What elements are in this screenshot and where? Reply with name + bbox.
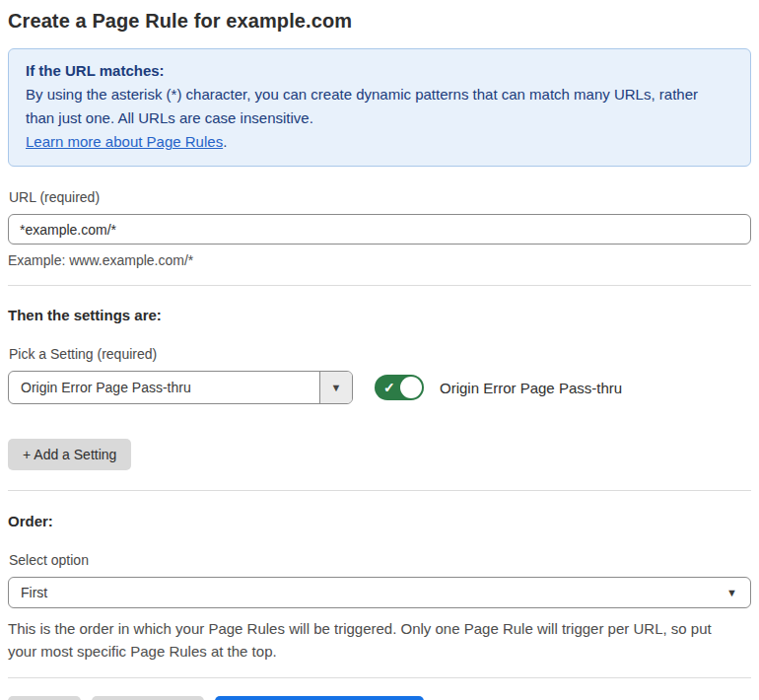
setting-dropdown-value: Origin Error Page Pass-thru [9, 372, 319, 403]
setting-row: Origin Error Page Pass-thru ▼ ✓ Origin E… [8, 371, 751, 404]
footer-actions: Cancel Save as Draft Save and Deploy Pag… [8, 696, 751, 700]
url-field-helper: Example: www.example.com/* [8, 252, 751, 268]
order-select-value: First [21, 585, 47, 600]
link-suffix: . [223, 133, 227, 150]
toggle-knob [400, 377, 422, 398]
cancel-button[interactable]: Cancel [8, 696, 81, 700]
url-field-label: URL (required) [9, 189, 751, 205]
divider [8, 285, 751, 286]
check-icon: ✓ [383, 381, 395, 394]
setting-dropdown[interactable]: Origin Error Page Pass-thru ▼ [8, 371, 353, 404]
url-input[interactable] [8, 214, 751, 245]
info-box-heading: If the URL matches: [26, 59, 733, 83]
divider [8, 677, 751, 678]
page-title: Create a Page Rule for example.com [8, 10, 751, 33]
setting-dropdown-arrow-button[interactable]: ▼ [319, 372, 352, 403]
page-rule-form: Create a Page Rule for example.com If th… [0, 0, 759, 700]
save-draft-button[interactable]: Save as Draft [92, 696, 205, 700]
chevron-down-icon: ▼ [331, 382, 342, 393]
settings-section-heading: Then the settings are: [8, 307, 751, 323]
save-deploy-button[interactable]: Save and Deploy Page Rule [215, 696, 424, 700]
order-section-heading: Order: [8, 513, 751, 529]
add-setting-button[interactable]: + Add a Setting [8, 439, 131, 470]
info-box-link-line: Learn more about Page Rules. [26, 130, 733, 154]
order-select[interactable]: First ▼ [8, 577, 751, 608]
divider [8, 490, 751, 491]
learn-more-link[interactable]: Learn more about Page Rules [26, 133, 223, 150]
chevron-down-icon: ▼ [726, 587, 737, 598]
info-box-body: By using the asterisk (*) character, you… [26, 83, 716, 130]
setting-toggle-label: Origin Error Page Pass-thru [440, 380, 622, 396]
url-match-info-box: If the URL matches: By using the asteris… [8, 48, 751, 167]
order-helper-text: This is the order in which your Page Rul… [8, 617, 737, 663]
order-select-label: Select option [9, 552, 751, 568]
pick-setting-label: Pick a Setting (required) [9, 346, 751, 362]
setting-toggle[interactable]: ✓ [375, 375, 424, 400]
